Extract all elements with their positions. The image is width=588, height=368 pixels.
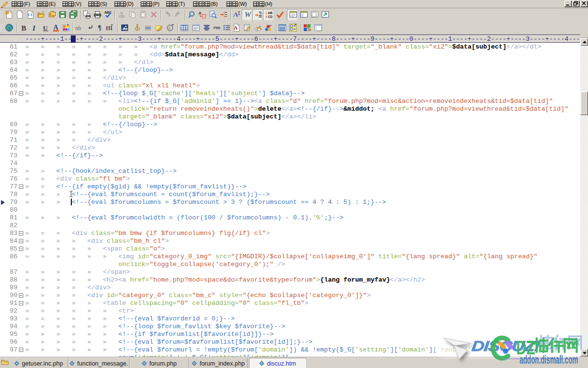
svg-text:A: A (234, 25, 238, 31)
svg-text:2: 2 (265, 15, 267, 18)
svg-text:PRE: PRE (213, 26, 221, 30)
svg-text:nb: nb (75, 25, 81, 32)
svg-text:1: 1 (265, 11, 267, 15)
svg-text:¶: ¶ (98, 24, 102, 32)
svg-text:I: I (32, 24, 36, 32)
svg-text:AB: AB (268, 11, 273, 15)
svg-text:A: A (53, 24, 59, 31)
svg-text:W: W (245, 11, 252, 18)
svg-text:A: A (198, 11, 202, 16)
svg-text:U: U (43, 24, 48, 32)
svg-text:1: 1 (224, 11, 225, 14)
svg-text:B: B (203, 14, 206, 19)
svg-text:B: B (21, 24, 26, 32)
svg-text:CD: CD (268, 15, 273, 18)
svg-text:3: 3 (224, 15, 225, 18)
svg-text:c: c (169, 26, 171, 31)
